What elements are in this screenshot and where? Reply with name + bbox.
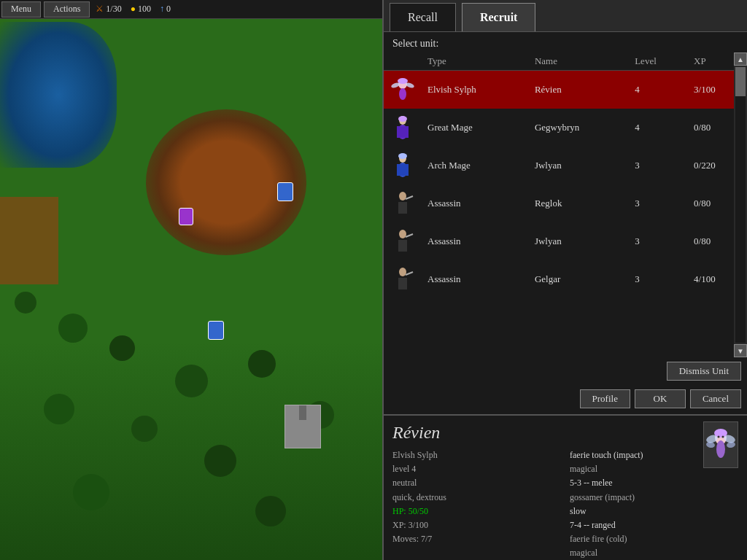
unit-list-area[interactable]: Type Name Level XP Elvish SylphRévien43/… <box>384 52 747 357</box>
svg-point-23 <box>716 440 725 458</box>
info-xp: XP: 3/100 <box>392 518 561 532</box>
svg-rect-14 <box>398 202 407 214</box>
unit-count-value: 1/30 <box>106 4 121 15</box>
tree-decoration <box>109 335 135 361</box>
tree-decoration <box>131 416 158 442</box>
col-type-header: Type <box>422 52 529 71</box>
info-moves-label: Moves: <box>392 534 419 544</box>
unit-type-cell: Assassin <box>422 222 529 260</box>
info-hp-value: 50/50 <box>409 506 428 516</box>
unit-info-content: Elvish Sylph level 4 neutral quick, dext… <box>392 448 738 560</box>
unit-icon: ⚔ <box>96 4 104 15</box>
unit-name-cell: Jwlyan <box>529 222 629 260</box>
table-row[interactable]: Arch MageJwlyan30/220 <box>384 147 747 184</box>
unit-type-cell: Assassin <box>422 184 529 222</box>
svg-point-26 <box>705 441 715 448</box>
unit-info-name: Révien <box>392 423 738 443</box>
attack-name: slow <box>570 505 738 518</box>
tree-decoration <box>248 350 276 378</box>
unit-name-cell: Reglok <box>529 184 629 222</box>
attack-detail: gossamer (impact) <box>570 491 738 505</box>
col-icon-header <box>384 52 422 71</box>
profile-button[interactable]: Profile <box>580 389 630 408</box>
table-row[interactable]: AssassinJwlyan30/80 <box>384 222 747 260</box>
table-row[interactable]: AssassinReglok30/80 <box>384 184 747 222</box>
unit-icon-cell <box>384 109 422 147</box>
unit-icon-cell <box>384 222 422 260</box>
unit-list-body: Elvish SylphRévien43/100Great MageGegwyb… <box>384 71 747 299</box>
income-stat: ↑ 0 <box>160 4 171 15</box>
unit-type-cell: Assassin <box>422 260 529 298</box>
scroll-track <box>735 67 746 343</box>
unit-level-cell: 3 <box>629 222 688 260</box>
col-name-header: Name <box>529 52 629 71</box>
actions-button[interactable]: Actions <box>44 1 90 18</box>
svg-point-27 <box>726 441 735 448</box>
unit-count-stat: ⚔ 1/30 <box>96 4 121 15</box>
unit-level-cell: 3 <box>629 260 688 298</box>
gold-value: 100 <box>138 4 151 15</box>
attack-detail: magical <box>570 546 738 560</box>
unit-info-panel: Révien Elvish Sylph leve <box>384 414 747 560</box>
top-bar: Menu Actions ⚔ 1/30 ● 100 ↑ 0 <box>0 0 382 19</box>
info-xp-value: 3/100 <box>409 520 428 530</box>
svg-line-15 <box>406 196 413 199</box>
unit-icon-cell <box>384 184 422 222</box>
unit-level-cell: 3 <box>629 184 688 222</box>
svg-rect-17 <box>398 240 407 252</box>
info-moves: Moves: 7/7 <box>392 532 561 546</box>
income-icon: ↑ <box>160 4 164 15</box>
income-value: 0 <box>166 4 171 15</box>
tree-decoration <box>73 474 109 510</box>
ok-button[interactable]: OK <box>635 389 686 408</box>
svg-rect-7 <box>397 126 409 138</box>
dismiss-unit-button[interactable]: Dismiss Unit <box>667 362 741 381</box>
scroll-thumb[interactable] <box>735 67 746 96</box>
info-hp-label: HP: <box>392 506 406 516</box>
tab-recall[interactable]: Recall <box>390 3 456 31</box>
tree-decoration <box>44 394 74 424</box>
info-traits: quick, dextrous <box>392 491 561 505</box>
water-terrain <box>0 22 117 168</box>
svg-point-16 <box>399 230 406 238</box>
attack-name: 7-4 -- ranged <box>570 518 738 532</box>
tree-decoration <box>15 292 36 314</box>
tab-recruit[interactable]: Recruit <box>462 3 536 31</box>
svg-point-29 <box>718 436 720 438</box>
unit-type-cell: Great Mage <box>422 109 529 147</box>
unit-list-scrollbar[interactable]: ▲ ▼ <box>734 52 747 357</box>
table-header-row: Type Name Level XP <box>384 52 747 71</box>
info-hp: HP: 50/50 <box>392 505 561 518</box>
svg-point-1 <box>399 88 406 100</box>
svg-line-18 <box>406 234 413 237</box>
unit-name-cell: Jwlyan <box>529 147 629 184</box>
right-panel: Recall Recruit Select unit: Type Name Le… <box>382 0 747 560</box>
scroll-down-button[interactable]: ▼ <box>734 344 747 357</box>
unit-icon-cell <box>384 71 422 109</box>
tabs-area: Recall Recruit <box>384 0 747 32</box>
table-row[interactable]: Great MageGegwybryn40/80 <box>384 109 747 147</box>
menu-button[interactable]: Menu <box>1 1 41 18</box>
unit-info-left: Elvish Sylph level 4 neutral quick, dext… <box>392 448 561 560</box>
tree-decoration <box>175 365 208 397</box>
unit-icon-cell <box>384 147 422 184</box>
gold-stat: ● 100 <box>131 4 151 15</box>
unit-portrait <box>703 421 738 468</box>
table-row[interactable]: Elvish SylphRévien43/100 <box>384 71 747 109</box>
bottom-buttons-row: Profile OK Cancel <box>384 385 747 414</box>
scroll-up-button[interactable]: ▲ <box>734 52 747 66</box>
col-level-header: Level <box>629 52 688 71</box>
tree-decoration <box>58 314 88 343</box>
unit-level-cell: 4 <box>629 109 688 147</box>
bridge-terrain <box>0 197 58 284</box>
attack-name: 5-3 -- melee <box>570 476 738 490</box>
building-decoration <box>285 405 321 448</box>
select-unit-label: Select unit: <box>384 32 747 52</box>
svg-point-30 <box>722 436 724 438</box>
unit-table: Type Name Level XP Elvish SylphRévien43/… <box>384 52 747 298</box>
svg-point-28 <box>714 429 727 438</box>
svg-rect-20 <box>398 278 407 289</box>
cancel-button[interactable]: Cancel <box>690 389 741 408</box>
table-row[interactable]: AssassinGelgar34/100 <box>384 260 747 298</box>
gold-icon: ● <box>131 4 136 15</box>
